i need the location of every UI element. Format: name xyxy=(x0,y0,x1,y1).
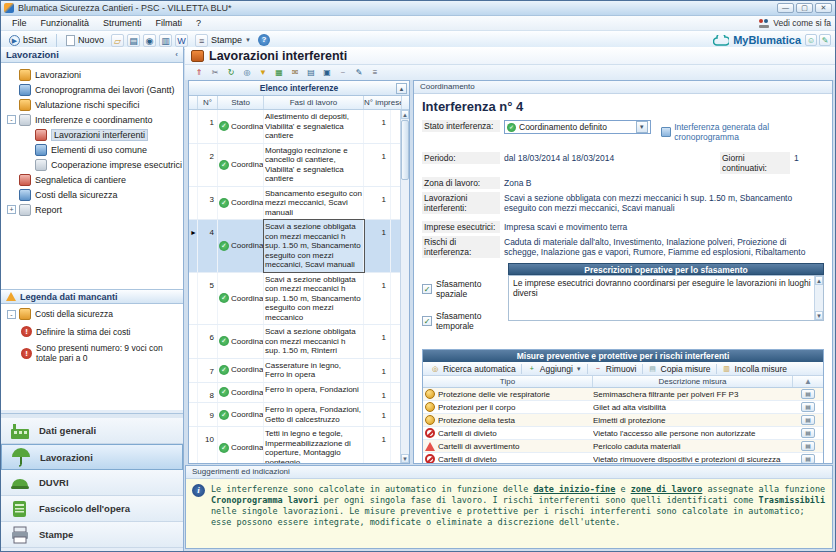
measure-detail-button[interactable]: ▤ xyxy=(801,402,815,412)
menu-funzionalit[interactable]: Funzionalità xyxy=(34,17,97,29)
scroll-thumb[interactable] xyxy=(401,120,409,180)
sidebar-item-valutazione-rischi-specifici[interactable]: Valutazione rischi specifici xyxy=(1,97,183,112)
window-layout-icon[interactable]: ▣ xyxy=(321,67,333,79)
measure-detail-button[interactable]: ▤ xyxy=(801,415,815,425)
close-button[interactable]: ✕ xyxy=(815,3,832,13)
row-selector[interactable] xyxy=(189,110,198,143)
collapse-list-icon[interactable]: ▲ xyxy=(396,83,407,94)
save-icon[interactable]: ▤ xyxy=(127,34,140,47)
maximize-button[interactable]: ▢ xyxy=(796,3,813,13)
nav-duvri[interactable]: DUVRI xyxy=(1,470,183,496)
cut-icon[interactable]: ✂ xyxy=(209,67,221,79)
expander-icon[interactable]: + xyxy=(7,205,16,214)
measure-detail-button[interactable]: ▤ xyxy=(801,428,815,438)
nav-lavorazioni[interactable]: Lavorazioni xyxy=(1,444,183,470)
notes-icon[interactable]: ✎ xyxy=(353,67,365,79)
minimize-button[interactable]: — xyxy=(777,3,794,13)
find-icon[interactable]: ◎ xyxy=(241,67,253,79)
nuovo-button[interactable]: Nuovo xyxy=(62,34,108,47)
checkbox-sfasamento-temporale[interactable]: ✓Sfasamento temporale xyxy=(422,311,508,331)
stato-interferenza-select[interactable]: ✓ Coordinamento definito ▼ xyxy=(504,120,651,134)
chevron-down-icon[interactable]: ▼ xyxy=(636,121,648,133)
interference-row[interactable]: 9✓Coordina...Ferro in opera, Fondazioni,… xyxy=(189,403,400,427)
stampe-button[interactable]: ≡ Stampe ▼ xyxy=(191,33,255,48)
copia-misure-button[interactable]: ▤Copia misure xyxy=(645,364,714,374)
ricerca-automatica-button[interactable]: ◎Ricerca automatica xyxy=(427,364,519,374)
myblumatica-brand[interactable]: MyBlumatica ☺✎ xyxy=(713,34,831,46)
measure-row[interactable]: Cartelli di divietoVietato l'accesso all… xyxy=(423,427,823,440)
interference-row[interactable]: ►4✓Coordina...Scavi a sezione obbligata … xyxy=(189,220,400,273)
sidebar-item-lavorazioni-interferenti[interactable]: Lavorazioni interferenti xyxy=(1,127,183,142)
row-selector[interactable]: ► xyxy=(189,220,198,272)
column-fasi[interactable]: Fasi di lavoro xyxy=(264,96,364,109)
column-n[interactable]: N° xyxy=(198,96,218,109)
coordination-tab[interactable]: Coordinamento xyxy=(414,81,832,94)
measure-row[interactable]: Cartelli di divietoVietato rimuovere dis… xyxy=(423,453,823,464)
bstart-button[interactable]: ▶ bStart xyxy=(5,34,51,47)
expander-icon[interactable]: - xyxy=(7,115,16,124)
collapse-icon[interactable]: - xyxy=(7,310,16,319)
checkbox-icon[interactable]: ✓ xyxy=(422,284,432,294)
row-selector[interactable] xyxy=(189,187,198,220)
interference-row[interactable]: 3✓Coordina...Sbancamento eseguito con me… xyxy=(189,187,400,221)
interference-row[interactable]: 10✓Coordina...Tetti in legno e tegole, I… xyxy=(189,427,400,463)
print-icon[interactable]: ≡ xyxy=(369,67,381,79)
sidebar-item-costi-della-sicurezza[interactable]: Costi della sicurezza xyxy=(1,187,183,202)
menu-?[interactable]: ? xyxy=(189,17,208,29)
checkbox-sfasamento-spaziale[interactable]: ✓Sfasamento spaziale xyxy=(422,279,508,299)
sidebar-item-lavorazioni[interactable]: Lavorazioni xyxy=(1,67,183,82)
sidebar-item-elementi-di-uso-comune[interactable]: Elementi di uso comune xyxy=(1,142,183,157)
separator-icon[interactable]: − xyxy=(337,67,349,79)
save-layout-icon[interactable]: ▤ xyxy=(305,67,317,79)
word-export-icon[interactable]: W xyxy=(175,34,188,47)
column-imprese[interactable]: N° imprese xyxy=(364,96,402,109)
aggiungi-button[interactable]: +Aggiungi▼ xyxy=(524,364,585,374)
interference-row[interactable]: 6✓Coordina...Scavi a sezione obbligata c… xyxy=(189,325,400,359)
legend-group[interactable]: - Costi della sicurezza xyxy=(7,308,183,320)
sidebar-item-segnaletica-di-cantiere[interactable]: Segnaletica di cantiere xyxy=(1,172,183,187)
scroll-down-icon[interactable]: ▼ xyxy=(815,311,823,320)
row-selector[interactable] xyxy=(189,403,198,426)
interference-row[interactable]: 5✓Coordina...Scavi a sezione obbligata c… xyxy=(189,273,400,326)
menu-filmati[interactable]: Filmati xyxy=(149,17,190,29)
sidebar-item-cooperazione-imprese-esecutrici[interactable]: Cooperazione imprese esecutrici xyxy=(1,157,183,172)
sidebar-item-cronoprogramma-dei-lavori-gantt-[interactable]: Cronoprogramma dei lavori (Gantt) xyxy=(1,82,183,97)
nav-fascicolo-dell-opera[interactable]: Fascicolo dell'opera xyxy=(1,496,183,522)
attach-icon[interactable]: ⇑ xyxy=(193,67,205,79)
apply-filter-icon[interactable]: ▦ xyxy=(273,67,285,79)
row-selector[interactable] xyxy=(189,325,198,358)
card-view-icon[interactable]: ✉ xyxy=(289,67,301,79)
column-descrizione[interactable]: Descrizione misura xyxy=(593,376,793,387)
feedback-icon[interactable]: ✎ xyxy=(819,34,831,46)
measure-row[interactable]: Protezioni per il corpoGilet ad alta vis… xyxy=(423,401,823,414)
scroll-down-icon[interactable]: ▼ xyxy=(401,454,409,463)
help-button[interactable]: ? xyxy=(258,34,270,46)
checkbox-icon[interactable]: ✓ xyxy=(422,316,432,326)
measure-detail-button[interactable]: ▤ xyxy=(801,441,815,451)
save-all-icon[interactable]: ◉ xyxy=(143,34,156,47)
vedi-come-si-fa-link[interactable]: Vedi come si fa xyxy=(759,18,831,28)
incolla-misure-button[interactable]: ▥Incolla misure xyxy=(719,364,790,374)
row-selector[interactable] xyxy=(189,273,198,325)
row-selector[interactable] xyxy=(189,383,198,403)
nav-stampe[interactable]: Stampe xyxy=(1,522,183,548)
measure-row[interactable]: Protezione della testaElmetti di protezi… xyxy=(423,414,823,427)
rimuovi-button[interactable]: −Rimuovi xyxy=(590,364,640,374)
measure-row[interactable]: Protezione delle vie respiratorieSemimas… xyxy=(423,388,823,401)
export-project-icon[interactable]: ▥ xyxy=(159,34,172,47)
generated-from-gantt-link[interactable]: Interferenza generata dal cronoprogramma xyxy=(661,120,824,142)
row-selector[interactable] xyxy=(189,144,198,186)
filter-icon[interactable]: ▼ xyxy=(257,67,269,79)
profile-icon[interactable]: ☺ xyxy=(805,34,817,46)
interference-row[interactable]: 8✓Coordina...Ferro in opera, Fondazioni1 xyxy=(189,383,400,404)
menu-file[interactable]: File xyxy=(5,17,34,29)
sidebar-item-interferenze-e-coordinamento[interactable]: -Interferenze e coordinamento xyxy=(1,112,183,127)
interference-row[interactable]: 2✓Coordina...Montaggio recinzione e canc… xyxy=(189,144,400,187)
collapse-sidebar-icon[interactable]: ‹ xyxy=(175,50,178,59)
nav-dati-generali[interactable]: Dati generali xyxy=(1,418,183,444)
menu-strumenti[interactable]: Strumenti xyxy=(96,17,149,29)
refresh-icon[interactable]: ↻ xyxy=(225,67,237,79)
interference-row[interactable]: 1✓Coordina...Allestimento di depositi, V… xyxy=(189,110,400,144)
open-folder-icon[interactable]: ▱ xyxy=(111,34,124,47)
row-selector[interactable] xyxy=(189,427,198,463)
